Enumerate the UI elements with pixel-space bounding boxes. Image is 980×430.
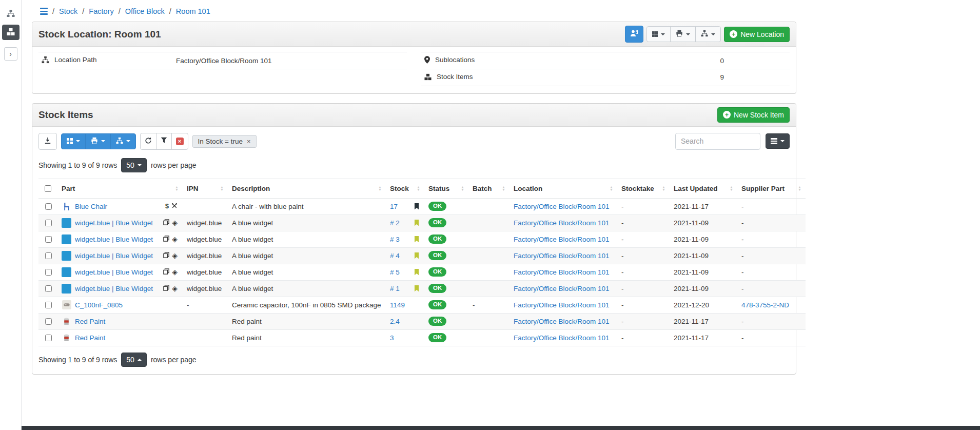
export-download-button[interactable]: [38, 133, 57, 150]
part-link[interactable]: Red Paint: [75, 318, 105, 325]
stock-link[interactable]: 1149: [390, 301, 405, 309]
column-header-last-updated[interactable]: Last Updated▲▼: [670, 179, 737, 198]
row-checkbox[interactable]: [45, 335, 52, 341]
page-size-dropdown[interactable]: 50: [121, 353, 147, 367]
stock-link[interactable]: # 2: [390, 219, 400, 227]
print-actions-dropdown[interactable]: [670, 26, 696, 42]
row-checkbox[interactable]: [45, 285, 52, 292]
sort-icon[interactable]: ▲▼: [607, 186, 613, 191]
breadcrumb-link-room-101[interactable]: Room 101: [176, 7, 210, 15]
location-link[interactable]: Factory/Office Block/Room 101: [514, 285, 610, 292]
sort-icon[interactable]: ▲▼: [173, 186, 179, 191]
stock-link[interactable]: # 1: [390, 285, 400, 292]
column-header-supplier-part[interactable]: Supplier Part▲▼: [737, 179, 806, 198]
printer-icon: [676, 30, 683, 38]
new-stock-item-button[interactable]: + New Stock Item: [717, 107, 790, 123]
breadcrumb-separator: /: [52, 7, 54, 15]
sort-icon[interactable]: ▲▼: [728, 186, 733, 191]
boxes-icon: [7, 28, 15, 37]
stock-link[interactable]: 3: [390, 334, 394, 342]
breadcrumb-link-stock[interactable]: Stock: [59, 7, 77, 15]
stock-link[interactable]: # 4: [390, 252, 400, 260]
column-header-batch[interactable]: Batch▲▼: [468, 179, 509, 198]
showing-rows-text: Showing 1 to 9 of 9 rows: [38, 356, 117, 364]
remove-filter-icon[interactable]: ×: [247, 138, 251, 145]
stock-link[interactable]: 2.4: [390, 318, 400, 325]
filter-button[interactable]: [156, 133, 172, 150]
part-link[interactable]: Red Paint: [75, 334, 105, 342]
location-link[interactable]: Factory/Office Block/Room 101: [514, 219, 610, 227]
sidebar-expand-button[interactable]: ›: [4, 47, 17, 61]
location-actions-dropdown[interactable]: [695, 26, 721, 42]
sort-icon[interactable]: ▲▼: [459, 186, 464, 191]
page-size-dropdown[interactable]: 50: [121, 158, 147, 172]
stock-actions-dropdown[interactable]: [110, 133, 136, 149]
sort-icon[interactable]: ▲▼: [796, 186, 801, 191]
sort-icon[interactable]: ▲▼: [660, 186, 665, 191]
column-header-location[interactable]: Location▲▼: [509, 179, 617, 198]
search-input[interactable]: [675, 133, 760, 150]
active-filter-chip[interactable]: In Stock = true ×: [192, 135, 257, 148]
row-checkbox[interactable]: [45, 220, 52, 226]
stock-print-dropdown[interactable]: [85, 133, 111, 149]
status-badge: OK: [428, 317, 446, 326]
ipn-cell: widget.blue: [183, 231, 228, 247]
part-link[interactable]: widget.blue | Blue Widget: [75, 219, 153, 227]
supplier-part-cell: -: [737, 198, 806, 214]
row-checkbox[interactable]: [45, 252, 52, 259]
sort-desc-icon: ▼: [610, 188, 613, 191]
last-updated-cell: 2021-11-09: [670, 247, 737, 264]
batch-cell: [468, 313, 509, 329]
column-header-description[interactable]: Description▲▼: [228, 179, 386, 198]
part-link[interactable]: Blue Chair: [75, 203, 107, 210]
row-checkbox[interactable]: [45, 269, 52, 276]
part-link[interactable]: widget.blue | Blue Widget: [75, 236, 153, 243]
row-checkbox[interactable]: [45, 302, 52, 308]
sidebar-item-stock-locations[interactable]: [2, 25, 19, 40]
sort-icon[interactable]: ▲▼: [500, 186, 505, 191]
column-header-stocktake[interactable]: Stocktake▲▼: [617, 179, 670, 198]
location-link[interactable]: Factory/Office Block/Room 101: [514, 301, 610, 309]
part-link[interactable]: widget.blue | Blue Widget: [75, 285, 153, 292]
location-link[interactable]: Factory/Office Block/Room 101: [514, 252, 610, 260]
stock-grid-dropdown[interactable]: [61, 133, 86, 149]
status-badge: OK: [428, 267, 446, 277]
stock-options-dropdown[interactable]: [646, 26, 671, 42]
row-checkbox[interactable]: [45, 318, 52, 325]
stock-link[interactable]: # 3: [390, 236, 400, 243]
new-location-button[interactable]: + New Location: [724, 27, 790, 42]
stock-link[interactable]: # 5: [390, 268, 400, 276]
part-link[interactable]: widget.blue | Blue Widget: [75, 268, 153, 276]
part-link[interactable]: widget.blue | Blue Widget: [75, 252, 153, 260]
part-link[interactable]: C_100nF_0805: [75, 301, 123, 309]
location-link[interactable]: Factory/Office Block/Room 101: [514, 318, 610, 325]
breadcrumb-link-office-block[interactable]: Office Block: [125, 7, 165, 15]
stocktake-cell: -: [617, 313, 670, 329]
sort-icon[interactable]: ▲▼: [415, 186, 420, 191]
column-header-part[interactable]: Part▲▼: [57, 179, 183, 198]
column-header-stock[interactable]: Stock▲▼: [386, 179, 424, 198]
menu-icon[interactable]: [40, 8, 48, 15]
sort-icon[interactable]: ▲▼: [376, 186, 382, 191]
tag-icon: [414, 220, 420, 226]
location-link[interactable]: Factory/Office Block/Room 101: [514, 334, 610, 342]
location-link[interactable]: Factory/Office Block/Room 101: [514, 268, 610, 276]
table-row: widget.blue | Blue Widget ◈ widget.blue …: [38, 264, 806, 280]
breadcrumb-link-factory[interactable]: Factory: [89, 7, 113, 15]
column-header-ipn[interactable]: IPN▲▼: [183, 179, 228, 198]
barcode-actions-button[interactable]: [625, 26, 643, 43]
refresh-button[interactable]: [140, 133, 156, 150]
sidebar-item-part-categories[interactable]: [2, 6, 19, 22]
stock-link[interactable]: 17: [390, 203, 398, 210]
sort-icon[interactable]: ▲▼: [218, 186, 224, 191]
location-link[interactable]: Factory/Office Block/Room 101: [514, 203, 610, 210]
column-header-status[interactable]: Status▲▼: [424, 179, 468, 198]
batch-cell: [468, 231, 509, 247]
clear-filters-button[interactable]: ×: [171, 133, 188, 150]
table-view-dropdown[interactable]: [766, 133, 790, 149]
supplier-part-link[interactable]: 478-3755-2-ND: [741, 301, 789, 309]
row-checkbox[interactable]: [45, 236, 52, 243]
location-link[interactable]: Factory/Office Block/Room 101: [514, 236, 610, 243]
row-checkbox[interactable]: [45, 203, 52, 210]
select-all-checkbox[interactable]: [45, 185, 51, 192]
